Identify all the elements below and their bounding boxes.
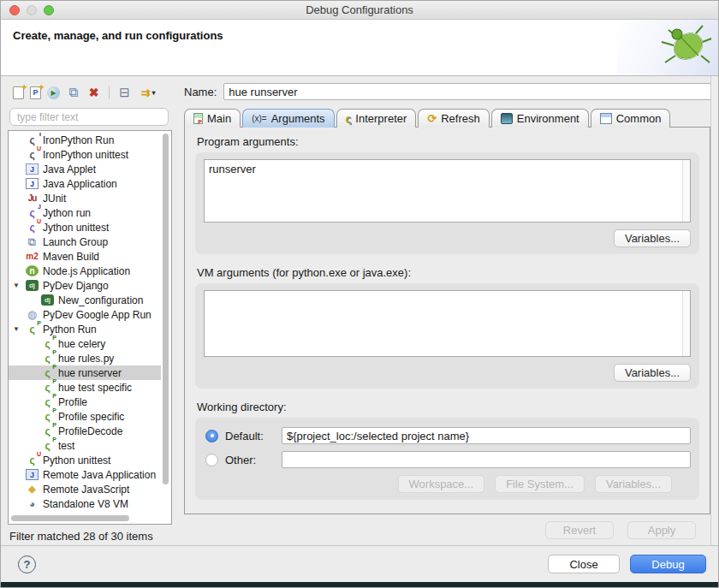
tree-item[interactable]: JJava Application (9, 176, 161, 191)
tree-item[interactable]: ⧉Launch Group (9, 235, 161, 249)
tree-vertical-scrollbar[interactable] (161, 132, 170, 514)
tree-item[interactable]: ςUIronPython unittest (9, 147, 161, 162)
default-radio[interactable] (205, 430, 218, 442)
tree-item[interactable]: nNode.js Application (9, 264, 161, 278)
tree-item-label: JUnit (43, 193, 66, 205)
tab-interpreter[interactable]: ςInterpreter (336, 109, 417, 128)
tree-item[interactable]: ςUJython unittest (9, 220, 161, 235)
tree-item-label: hue rules.py (58, 353, 114, 365)
program-arguments-label: Program arguments: (197, 135, 699, 148)
python-run-icon: ςP (41, 425, 54, 437)
tree-item[interactable]: ςPhue rules.py (9, 351, 161, 365)
new-prototype-icon[interactable]: P (30, 86, 41, 99)
filter-status-text: Filter matched 28 of 30 items (8, 525, 174, 545)
tree-item[interactable]: ▼ςPPython Run (9, 322, 161, 336)
tree-item[interactable]: JRemote Java Application (9, 467, 161, 482)
close-window-icon[interactable] (9, 5, 20, 15)
tree-item[interactable]: ςPProfileDecode (9, 424, 161, 438)
minimize-window-icon[interactable] (27, 5, 37, 15)
tab-arguments[interactable]: (x)=Arguments (242, 109, 334, 128)
duplicate-icon[interactable]: ⧉ (66, 86, 80, 100)
ironpython-unittest-icon: ςU (26, 149, 39, 161)
tree-item[interactable]: ςPhue test specific (9, 380, 161, 395)
tree-item[interactable]: ςPhue runserver (9, 365, 161, 380)
new-configuration-icon[interactable] (13, 86, 24, 99)
tree-item[interactable]: ▼djPyDev Django (9, 278, 161, 293)
apply-button[interactable]: Apply (627, 521, 696, 539)
pydev-django-icon: dj (41, 294, 54, 306)
environment-tab-icon (501, 113, 513, 124)
collapse-all-icon[interactable]: ⊟ (117, 86, 132, 100)
delete-icon[interactable]: ✖ (86, 86, 101, 100)
pydev-google-app-icon: ◍ (26, 309, 39, 321)
tree-item[interactable]: ςUPython unittest (9, 453, 161, 467)
tree-item[interactable]: ςPProfile specific (9, 409, 161, 424)
tree-item-label: IronPython Run (43, 134, 114, 146)
tab-bar: Main(x)=ArgumentsςInterpreter⟳RefreshEnv… (184, 108, 715, 128)
program-arguments-textarea[interactable]: runserver (205, 160, 690, 222)
standalone-v8-vm-icon: ◕ (26, 498, 39, 510)
other-directory-input[interactable] (282, 451, 691, 468)
tree-item[interactable]: ςPtest (9, 438, 161, 453)
workspace-button[interactable]: Workspace... (398, 475, 485, 493)
remote-javascript-icon: ◆ (26, 484, 39, 496)
expand-caret-icon[interactable]: ▼ (13, 282, 20, 289)
name-input[interactable] (223, 83, 713, 100)
close-button[interactable]: Close (548, 555, 620, 573)
tree-item[interactable]: ◕Standalone V8 VM (9, 496, 161, 511)
toolbar-separator (109, 86, 110, 99)
help-button[interactable]: ? (18, 555, 36, 573)
header-corner (617, 20, 718, 75)
tree-item[interactable]: ςPhue celery (9, 336, 161, 351)
python-run-icon: ςP (41, 382, 54, 394)
tab-environment[interactable]: Environment (491, 109, 589, 128)
expand-caret-icon[interactable]: ▼ (13, 325, 20, 333)
file-system-button[interactable]: File System... (495, 475, 585, 493)
python-run-icon: ςP (41, 411, 54, 423)
tree-item[interactable]: ςPProfile (9, 395, 161, 409)
default-directory-input[interactable] (282, 427, 691, 444)
python-run-icon: ςP (41, 440, 54, 452)
tree-item[interactable]: JuJUnit (9, 191, 161, 205)
tree-item-label: test (58, 440, 74, 452)
revert-button[interactable]: Revert (545, 521, 614, 539)
tree-item-label: Launch Group (43, 236, 108, 248)
arguments-tab-content: Program arguments: runserver Variables..… (184, 127, 710, 514)
vm-arguments-textarea[interactable] (205, 291, 690, 356)
program-arguments-group: runserver Variables... (195, 152, 699, 254)
tree-item-label: IronPython unittest (43, 149, 128, 161)
tree-item[interactable]: ςJJython run (9, 205, 161, 220)
textarea-scrollbar-track[interactable] (682, 160, 690, 222)
tree-item[interactable]: m2Maven Build (9, 249, 161, 264)
java-applet-icon: J (26, 163, 39, 175)
tree-item[interactable]: ςIIronPython Run (9, 133, 161, 147)
tree-horizontal-scrollbar[interactable] (9, 514, 161, 523)
other-radio[interactable] (205, 454, 218, 466)
tree-item-label: Remote JavaScript (43, 484, 129, 496)
tree-item[interactable]: djNew_configuration (9, 293, 161, 307)
tree-item-label: Jython unittest (43, 222, 109, 234)
tree-item[interactable]: ◆Remote JavaScript (9, 482, 161, 496)
configurations-tree-box: ςIIronPython RunςUIronPython unittestJJa… (8, 130, 172, 525)
tab-main[interactable]: Main (184, 109, 241, 128)
program-arguments-variables-button[interactable]: Variables... (614, 229, 691, 247)
right-scrollbar-track[interactable] (710, 76, 718, 545)
tree-item-label: Standalone V8 VM (43, 498, 128, 510)
python-unittest-icon: ςU (26, 454, 39, 466)
zoom-window-icon[interactable] (44, 5, 54, 15)
filter-icon[interactable]: ⇉ (138, 86, 158, 100)
export-launch-icon[interactable]: ▶ (47, 86, 60, 99)
tab-common[interactable]: Common (591, 109, 671, 128)
tree-item[interactable]: ◍PyDev Google App Run (9, 307, 161, 322)
vm-arguments-variables-button[interactable]: Variables... (614, 364, 691, 382)
debug-button[interactable]: Debug (630, 555, 706, 573)
titlebar[interactable]: Debug Configurations (1, 1, 718, 20)
launch-group-icon: ⧉ (26, 236, 39, 248)
textarea-scrollbar-track[interactable] (682, 291, 690, 356)
variables-button[interactable]: Variables... (595, 475, 672, 493)
remote-java-application-icon: J (26, 469, 39, 480)
tree-item[interactable]: JJava Applet (9, 162, 161, 176)
filter-input[interactable] (9, 108, 169, 126)
tree-item-label: Maven Build (43, 251, 99, 263)
tab-refresh[interactable]: ⟳Refresh (418, 109, 489, 128)
